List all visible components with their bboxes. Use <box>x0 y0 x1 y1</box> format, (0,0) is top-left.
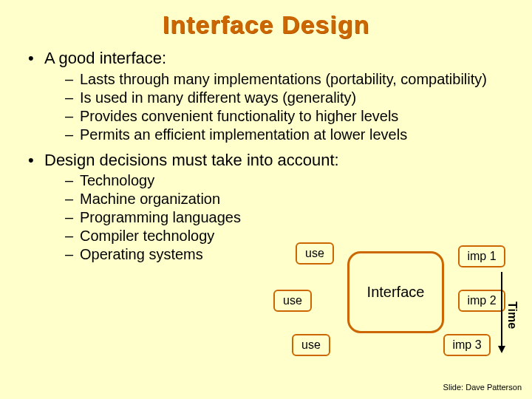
use-box-1: use <box>296 242 334 265</box>
bullet-list-level1: A good interface: Lasts through many imp… <box>28 48 511 264</box>
bullet-text: Design decisions must take into account: <box>44 151 339 169</box>
time-arrow-icon <box>501 272 502 352</box>
sub-bullet: Programming languages <box>65 208 294 227</box>
bullet-good-interface: A good interface: Lasts through many imp… <box>28 48 511 144</box>
interface-box: Interface <box>347 251 444 333</box>
bullet-list-level2: Lasts through many implementations (port… <box>44 70 511 144</box>
imp-box-1: imp 1 <box>458 245 505 267</box>
use-box-3: use <box>292 334 330 356</box>
sub-bullet: Machine organization <box>65 190 294 208</box>
imp-box-3: imp 3 <box>443 334 491 356</box>
interface-diagram: Interface use use use imp 1 imp 2 imp 3 … <box>251 236 517 362</box>
sub-bullet: Is used in many different ways (generali… <box>65 89 511 107</box>
sub-bullet: Provides convenient functionality to hig… <box>65 107 511 126</box>
imp-box-2: imp 2 <box>458 290 505 312</box>
slide-credit: Slide: Dave Patterson <box>443 383 522 392</box>
sub-bullet: Lasts through many implementations (port… <box>65 70 511 89</box>
use-box-2: use <box>273 290 312 312</box>
slide: Interface Design A good interface: Lasts… <box>0 0 532 399</box>
slide-body: A good interface: Lasts through many imp… <box>0 39 532 264</box>
sub-bullet: Permits an efficient implementation at l… <box>65 126 511 144</box>
slide-title: Interface Design <box>0 0 532 39</box>
sub-bullet: Technology <box>65 171 294 190</box>
bullet-text: A good interface: <box>44 49 166 67</box>
time-label: Time <box>505 301 519 329</box>
